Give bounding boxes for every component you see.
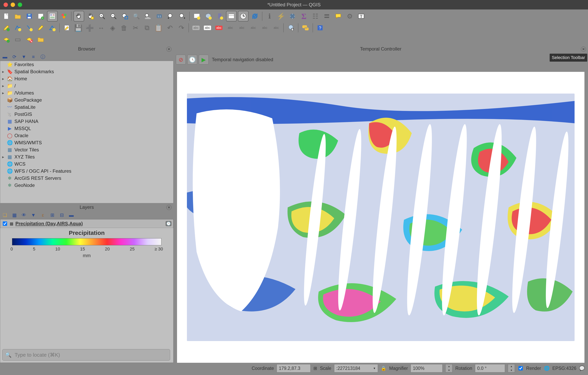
refresh-button[interactable] xyxy=(250,11,260,21)
temporal-fixed-button[interactable]: 🕓 xyxy=(187,55,197,65)
layer-filter-icon[interactable]: ▼ xyxy=(31,212,36,218)
label-pin-button[interactable]: abc xyxy=(202,23,213,33)
show-bookmarks-button[interactable] xyxy=(226,11,237,21)
locator-bar[interactable]: 🔍 xyxy=(2,349,170,361)
dummy1-button[interactable]: ⚙ xyxy=(345,11,355,21)
new-project-button[interactable] xyxy=(1,11,11,21)
layout-manager-button[interactable] xyxy=(47,11,58,21)
filter-legend-button[interactable] xyxy=(1,34,11,44)
map-canvas[interactable] xyxy=(177,72,584,363)
temporal-controller-button[interactable] xyxy=(238,11,249,21)
label-4-button[interactable]: abc xyxy=(248,23,258,33)
browser-item[interactable]: 🌐WCS xyxy=(0,161,173,168)
magnifier-field[interactable]: 100% xyxy=(410,364,442,372)
filter-browser-icon[interactable]: ▼ xyxy=(21,54,27,60)
text-annotation-button[interactable]: T xyxy=(356,11,366,21)
zoom-layer-button[interactable] xyxy=(143,11,153,21)
edits-button[interactable] xyxy=(1,23,11,33)
cut-button[interactable]: ✂ xyxy=(130,23,141,33)
copy-button[interactable]: ⧉ xyxy=(142,23,152,33)
action-button[interactable]: ⚡ xyxy=(276,11,286,21)
toggle-editing-button[interactable] xyxy=(62,23,72,33)
browser-item[interactable]: ▸▦XYZ Tiles xyxy=(0,153,173,161)
browser-item[interactable]: ▶MSSQL xyxy=(0,125,173,132)
crs-label[interactable]: EPSG:4326 xyxy=(552,366,576,371)
pan-map-button[interactable] xyxy=(74,11,84,21)
maptips-button[interactable] xyxy=(333,11,343,21)
browser-item[interactable]: ▦SAP HANA xyxy=(0,118,173,125)
group-folder-button[interactable] xyxy=(36,34,46,44)
expand-icon[interactable]: ▸ xyxy=(1,69,5,74)
measure-button[interactable] xyxy=(287,11,298,21)
zoom-next-button[interactable] xyxy=(177,11,187,21)
properties-icon[interactable]: ⓘ xyxy=(40,54,46,60)
expand-icon[interactable]: ▸ xyxy=(1,83,5,88)
new-shapefile-button[interactable] xyxy=(24,23,34,33)
extents-icon[interactable]: ⊞ xyxy=(313,366,317,371)
lock-scale-icon[interactable]: 🔒 xyxy=(381,366,387,371)
temporal-play-button[interactable]: ▶ xyxy=(199,55,209,65)
browser-item[interactable]: 📦GeoPackage xyxy=(0,97,173,104)
scale-field[interactable]: :227213184▼ xyxy=(334,364,378,372)
layer-collapse-icon[interactable]: ⊟ xyxy=(59,212,65,218)
zoom-in-button[interactable]: + xyxy=(97,11,107,21)
browser-item[interactable]: ▸📁/Volumes xyxy=(0,89,173,97)
layer-remove-icon[interactable]: ▬ xyxy=(68,212,74,218)
layer-add-group-icon[interactable]: ▦ xyxy=(11,212,17,218)
layer-temporal-icon[interactable]: 🕓 xyxy=(166,221,171,226)
add-feature-button[interactable]: ➕ xyxy=(84,23,95,33)
help-button[interactable]: ? xyxy=(315,23,325,33)
python-console-button[interactable] xyxy=(300,23,311,33)
browser-item[interactable]: 〰SpatiaLite xyxy=(0,104,173,111)
sum-button[interactable]: Σ xyxy=(299,11,309,21)
browser-item[interactable]: 🌐WMS/WMTS xyxy=(0,139,173,146)
scalebar-button[interactable]: 〓 xyxy=(322,11,332,21)
save-edits-button[interactable]: 💾 xyxy=(73,23,83,33)
locator-input[interactable] xyxy=(14,352,167,358)
layer-row[interactable]: ▩ Precipitation (Day,AIRS,Aqua) 🕓 xyxy=(0,219,173,228)
zoom-selection-button[interactable]: 🔍 xyxy=(131,11,141,21)
metasearch-button[interactable] xyxy=(286,23,296,33)
collapse-all-icon[interactable]: ≡ xyxy=(31,54,36,60)
browser-item[interactable]: ❄GeoNode xyxy=(0,182,173,189)
browser-item[interactable]: ▸📁/ xyxy=(0,82,173,89)
minimize-window-button[interactable] xyxy=(11,3,15,7)
browser-item[interactable]: 🌐WFS / OGC API - Features xyxy=(0,168,173,175)
label-6-button[interactable]: abc xyxy=(271,23,281,33)
browser-close-button[interactable]: ✕ xyxy=(166,47,171,52)
layer-visibility-checkbox[interactable] xyxy=(3,222,7,226)
label-highlight-button[interactable]: abc xyxy=(214,23,224,33)
close-window-button[interactable] xyxy=(4,3,8,7)
browser-tree[interactable]: ⭐Favorites▸🔖Spatial Bookmarks▸🏠Home▸📁/▸📁… xyxy=(0,61,173,203)
magnifier-spinner[interactable]: ▲▼ xyxy=(445,364,452,372)
zoom-full-button[interactable] xyxy=(120,11,130,21)
new-virtual-button[interactable] xyxy=(47,23,57,33)
expand-icon[interactable]: ▸ xyxy=(1,154,5,159)
layer-diag-button[interactable] xyxy=(24,34,34,44)
node-tool-button[interactable]: ◈ xyxy=(107,23,118,33)
new-bookmark-button[interactable] xyxy=(215,11,225,21)
undo-button[interactable]: ↶ xyxy=(165,23,175,33)
zoom-last-button[interactable] xyxy=(166,11,176,21)
group-1-button[interactable]: ▭ xyxy=(13,34,23,44)
rotation-field[interactable]: 0.0 ° xyxy=(475,364,505,372)
save-project-button[interactable] xyxy=(24,11,34,21)
new-map-view-button[interactable] xyxy=(192,11,202,21)
browser-item[interactable]: ◯Oracle xyxy=(0,132,173,139)
rotation-spinner[interactable]: ▲▼ xyxy=(508,364,515,372)
pan-to-selection-button[interactable] xyxy=(85,11,96,21)
browser-item[interactable]: ▸🔖Spatial Bookmarks xyxy=(0,68,173,75)
layer-visibility-icon[interactable]: 👁 xyxy=(21,212,27,218)
new-print-layout-button[interactable]: + xyxy=(36,11,46,21)
delete-button[interactable]: 🗑 xyxy=(119,23,129,33)
paste-button[interactable]: 📋 xyxy=(153,23,164,33)
new-3d-view-button[interactable] xyxy=(203,11,213,21)
style-manager-button[interactable] xyxy=(59,11,69,21)
redo-button[interactable]: ↷ xyxy=(176,23,187,33)
add-vector-button[interactable] xyxy=(13,23,23,33)
browser-item[interactable]: ⭐Favorites xyxy=(0,61,173,68)
layer-expand-icon[interactable]: ⊞ xyxy=(49,212,55,218)
temporal-disable-button[interactable]: ⊘ xyxy=(176,55,186,65)
stats-button[interactable]: ☷ xyxy=(310,11,320,21)
messages-icon[interactable]: 💬 xyxy=(579,366,585,371)
